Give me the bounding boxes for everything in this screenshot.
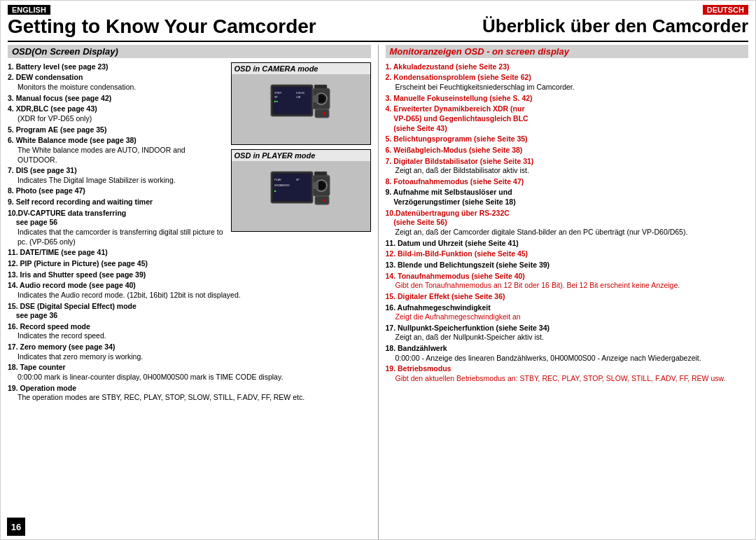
list-item: 18. Bandzählwerk0:00:00 - Anzeige des li…: [386, 344, 749, 363]
list-item: 7. Digitaler Bildstabilisator (siehe Sei…: [386, 157, 749, 176]
svg-point-27: [320, 184, 323, 187]
osd-camera-label: OSD in CAMERA mode: [232, 63, 370, 74]
svg-text:▶■: ▶■: [274, 100, 278, 103]
svg-point-10: [320, 97, 323, 100]
list-item: 15. DSE (Digital Special Effect) mode se…: [8, 302, 371, 321]
title-de: Überblick über den Camcorder: [378, 16, 748, 36]
list-item: 19. BetriebsmodusGibt den aktuellen Betr…: [386, 364, 749, 383]
svg-rect-13: [315, 109, 329, 118]
list-item: 12. Bild-im-Bild-Funktion (siehe Seite 4…: [386, 249, 749, 259]
svg-text:0H00M00S00: 0H00M00S00: [274, 184, 289, 187]
list-item: 14. Audio record mode (see page 40)Indic…: [8, 281, 371, 300]
camcorder-graphic-player: PLAY 0H00M00S00 ▶ SP: [270, 168, 332, 224]
svg-rect-12: [314, 85, 327, 89]
osd-camera-box: OSD in CAMERA mode STBY SP ▶■ 0:00:00: [231, 62, 371, 145]
list-item: 16. Record speed modeIndicates the recor…: [8, 322, 371, 341]
page-number: 16: [7, 518, 25, 536]
col-left: OSD(On Screen Display) OSD in CAMERA mod…: [8, 45, 379, 539]
svg-point-31: [323, 199, 326, 202]
list-item: 6. Weißabgleich-Modus (siehe Seite 38): [386, 146, 749, 155]
list-item: 18. Tape counter0:00:00 mark is linear-c…: [8, 363, 371, 382]
list-item: 13. Iris and Shutter speed (see page 39): [8, 270, 371, 280]
list-item: 19. Operation modeThe operation modes ar…: [8, 384, 371, 403]
page: ENGLISH Getting to Know Your Camcorder D…: [0, 0, 756, 540]
section-header-right: Monitoranzeigen OSD - on screen display: [386, 45, 749, 58]
header-right: DEUTSCH Überblick über den Camcorder: [378, 5, 748, 38]
title-en: Getting to Know Your Camcorder: [8, 16, 378, 38]
svg-rect-29: [314, 172, 327, 176]
right-item-list: 1. Akkuladezustand (siehe Seite 23) 2. K…: [386, 62, 749, 384]
list-item: 5. Belichtungsprogramm (siehe Seite 35): [386, 134, 749, 144]
osd-player-box: OSD in PLAYER mode PLAY 0H00M00S00 ▶ SP: [231, 149, 371, 232]
svg-rect-28: [313, 182, 318, 189]
list-item: 14. Tonaufnahmemodus (siehe Seite 40)Gib…: [386, 272, 749, 291]
svg-text:STBY: STBY: [274, 91, 282, 95]
svg-text:SP: SP: [274, 96, 278, 99]
osd-player-image: PLAY 0H00M00S00 ▶ SP: [232, 161, 370, 231]
list-item: 16. AufnahmegeschwindigkeitZeigt die Auf…: [386, 303, 749, 322]
list-item: 17. Zero memory (see page 34)Indicates t…: [8, 342, 371, 361]
list-item: 9. Aufnahme mit Selbstauslöser und Verzö…: [386, 188, 749, 207]
section-header-left: OSD(On Screen Display): [8, 45, 371, 58]
camcorder-graphic: STBY SP ▶■ 0:00:00 12B: [270, 81, 332, 137]
list-item: 17. Nullpunkt-Speicherfunktion (siehe Se…: [386, 324, 749, 342]
svg-text:SP: SP: [296, 179, 300, 181]
list-item: 12. PIP (Picture in Picture) (see page 4…: [8, 259, 371, 269]
svg-rect-11: [313, 95, 318, 102]
svg-text:0:00:00: 0:00:00: [296, 92, 304, 95]
content: OSD(On Screen Display) OSD in CAMERA mod…: [8, 45, 748, 539]
list-item: 13. Blende und Belichtungszeit (siehe Se…: [386, 261, 749, 270]
list-item: 4. Erweiterter Dynamikbereich XDR (nur V…: [386, 104, 749, 133]
header-left: ENGLISH Getting to Know Your Camcorder: [8, 5, 378, 38]
svg-text:12B: 12B: [296, 96, 301, 99]
list-item: 10.Datenübertragung über RS-232C (siehe …: [386, 209, 749, 237]
lang-badge-de: DEUTSCH: [703, 5, 748, 15]
osd-player-label: OSD in PLAYER mode: [232, 150, 370, 161]
osd-images: OSD in CAMERA mode STBY SP ▶■ 0:00:00: [231, 62, 371, 236]
svg-rect-30: [315, 196, 329, 205]
list-item: 3. Manuelle Fokuseinstellung (siehe S. 4…: [386, 94, 749, 104]
list-item: 11. DATE/TIME (see page 41): [8, 248, 371, 258]
header: ENGLISH Getting to Know Your Camcorder D…: [8, 5, 748, 42]
svg-text:PLAY: PLAY: [274, 178, 281, 181]
list-item: 15. Digitaler Effekt (siehe Seite 36): [386, 292, 749, 302]
list-item: 8. Fotoaufnahmemodus (siehe Seite 47): [386, 177, 749, 187]
list-item: 1. Akkuladezustand (siehe Seite 23): [386, 62, 749, 72]
list-item: 11. Datum und Uhrzeit (siehe Seite 41): [386, 239, 749, 249]
svg-point-14: [323, 112, 326, 115]
col-right: Monitoranzeigen OSD - on screen display …: [379, 45, 749, 539]
list-item: 2. Kondensationsproblem (siehe Seite 62)…: [386, 73, 749, 92]
osd-camera-image: STBY SP ▶■ 0:00:00 12B: [232, 74, 370, 144]
lang-badge-en: ENGLISH: [8, 5, 50, 15]
